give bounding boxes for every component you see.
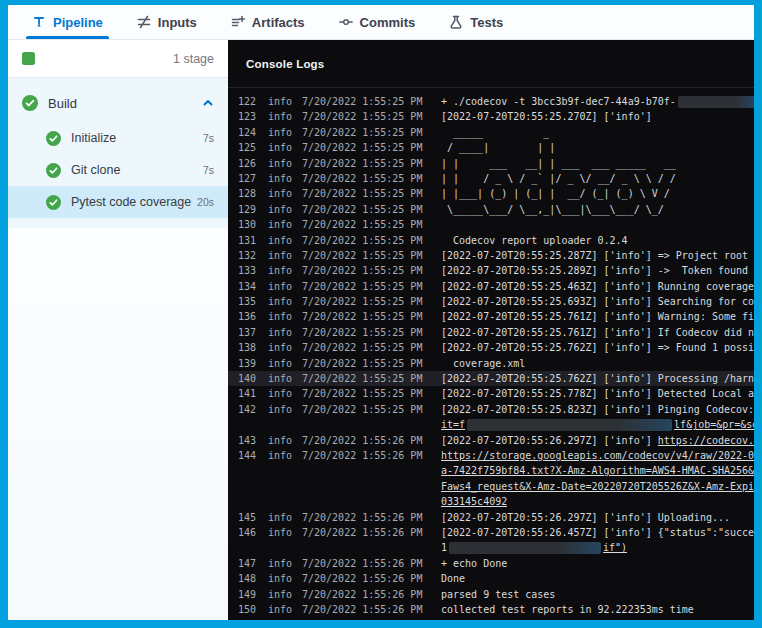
- log-row[interactable]: 149info7/20/2022 1:55:26 PMparsed 9 test…: [228, 587, 754, 602]
- log-line-number: 141: [234, 386, 256, 401]
- pipeline-execution-view: Pipeline Inputs Artifacts Commits: [8, 5, 754, 620]
- log-row[interactable]: 135info7/20/2022 1:55:25 PM[2022-07-20T2…: [228, 294, 754, 309]
- log-timestamp: 7/20/2022 1:55:25 PM: [302, 233, 428, 248]
- log-link[interactable]: it=f: [441, 417, 465, 432]
- log-line-number: 146: [234, 525, 256, 540]
- chevron-up-icon[interactable]: [202, 97, 214, 109]
- tab-artifacts[interactable]: Artifacts: [229, 5, 307, 39]
- log-line-number: 143: [234, 433, 256, 448]
- log-link[interactable]: Faws4_request&X-Amz-Date=20220720T205526…: [441, 479, 754, 494]
- log-link[interactable]: https://storage.googleapis.com/codecov/v…: [441, 448, 754, 463]
- log-row[interactable]: it=flf&job=&pr=&se: [228, 417, 754, 432]
- log-level: info: [268, 125, 294, 140]
- step-item-git-clone[interactable]: Git clone 7s: [8, 154, 228, 186]
- log-row[interactable]: 133info7/20/2022 1:55:25 PM[2022-07-20T2…: [228, 263, 754, 278]
- tests-icon: [449, 15, 463, 29]
- log-row[interactable]: 146info7/20/2022 1:55:26 PM[2022-07-20T2…: [228, 525, 754, 540]
- log-lines[interactable]: 122info7/20/2022 1:55:25 PM+ ./codecov -…: [228, 88, 754, 620]
- log-text: _____ _: [441, 125, 549, 140]
- log-link[interactable]: if"): [603, 540, 627, 555]
- tab-commits[interactable]: Commits: [337, 5, 418, 39]
- redacted-secret: [467, 419, 672, 431]
- execution-tab-bar: Pipeline Inputs Artifacts Commits: [8, 5, 754, 40]
- log-row[interactable]: 126info7/20/2022 1:55:25 PM| | ___ __| |…: [228, 156, 754, 171]
- step-label: Pytest code coverage: [71, 195, 191, 209]
- tab-pipeline[interactable]: Pipeline: [30, 5, 105, 39]
- log-link[interactable]: https://codecov.io: [658, 433, 754, 448]
- step-item-pytest-code-coverage[interactable]: Pytest code coverage 20s: [8, 186, 228, 218]
- log-row[interactable]: 122info7/20/2022 1:55:25 PM+ ./codecov -…: [228, 94, 754, 109]
- log-row[interactable]: 148info7/20/2022 1:55:26 PMDone: [228, 571, 754, 586]
- log-line-number: 124: [234, 125, 256, 140]
- tab-tests[interactable]: Tests: [447, 5, 505, 39]
- tab-inputs[interactable]: Inputs: [135, 5, 199, 39]
- log-message: _____ _: [441, 125, 549, 140]
- log-timestamp: 7/20/2022 1:55:26 PM: [302, 433, 428, 448]
- log-row[interactable]: 139info7/20/2022 1:55:25 PM coverage.xml: [228, 356, 754, 371]
- step-group-build[interactable]: Build: [8, 84, 228, 122]
- log-message: it=flf&job=&pr=&se: [441, 417, 754, 432]
- log-row[interactable]: 125info7/20/2022 1:55:25 PM / ____| | |: [228, 140, 754, 155]
- log-row[interactable]: 1if"): [228, 540, 754, 555]
- log-link[interactable]: 033145c4092: [441, 494, 507, 509]
- log-row[interactable]: a-7422f759bf84.txt?X-Amz-Algorithm=AWS4-…: [228, 463, 754, 478]
- log-link[interactable]: a-7422f759bf84.txt?X-Amz-Algorithm=AWS4-…: [441, 463, 754, 478]
- log-row[interactable]: 136info7/20/2022 1:55:25 PM[2022-07-20T2…: [228, 309, 754, 324]
- tab-label: Artifacts: [252, 15, 305, 30]
- log-timestamp: 7/20/2022 1:55:25 PM: [302, 309, 428, 324]
- log-message: | | / _ \ / _` |/ _ \/ __/ _ \ \ / /: [441, 171, 676, 186]
- log-level: info: [268, 587, 294, 602]
- log-line-number: 122: [234, 94, 256, 109]
- log-row[interactable]: 147info7/20/2022 1:55:26 PM+ echo Done: [228, 556, 754, 571]
- log-row[interactable]: 127info7/20/2022 1:55:25 PM| | / _ \ / _…: [228, 171, 754, 186]
- log-link[interactable]: lf&job=&pr=&se: [674, 417, 754, 432]
- pipeline-icon: [32, 15, 46, 29]
- log-level: info: [268, 448, 294, 463]
- log-row[interactable]: 144info7/20/2022 1:55:26 PMhttps://stora…: [228, 448, 754, 463]
- log-level: info: [268, 171, 294, 186]
- log-row[interactable]: 138info7/20/2022 1:55:25 PM[2022-07-20T2…: [228, 340, 754, 355]
- log-row[interactable]: 145info7/20/2022 1:55:26 PM[2022-07-20T2…: [228, 510, 754, 525]
- log-line-number: 130: [234, 217, 256, 232]
- log-timestamp: 7/20/2022 1:55:26 PM: [302, 510, 428, 525]
- log-line-number: 134: [234, 279, 256, 294]
- log-line-number: 132: [234, 248, 256, 263]
- log-level: info: [268, 309, 294, 324]
- log-row[interactable]: 141info7/20/2022 1:55:25 PM[2022-07-20T2…: [228, 386, 754, 401]
- step-duration: 7s: [203, 132, 214, 144]
- step-label: Initialize: [71, 131, 116, 145]
- redacted-secret: [449, 542, 601, 554]
- log-row[interactable]: 134info7/20/2022 1:55:25 PM[2022-07-20T2…: [228, 279, 754, 294]
- log-level: info: [268, 217, 294, 232]
- log-text: [2022-07-20T20:55:26.297Z] ['info']: [441, 433, 658, 448]
- log-row[interactable]: 129info7/20/2022 1:55:25 PM \_____\___/ …: [228, 202, 754, 217]
- step-item-initialize[interactable]: Initialize 7s: [8, 122, 228, 154]
- log-row[interactable]: 132info7/20/2022 1:55:25 PM[2022-07-20T2…: [228, 248, 754, 263]
- console-title: Console Logs: [246, 58, 324, 70]
- success-check-icon: [46, 131, 61, 146]
- log-text: [2022-07-20T20:55:26.297Z] ['info'] Uplo…: [441, 510, 730, 525]
- log-row[interactable]: 143info7/20/2022 1:55:26 PM[2022-07-20T2…: [228, 433, 754, 448]
- log-text: + echo Done: [441, 556, 507, 571]
- log-row[interactable]: 137info7/20/2022 1:55:25 PM[2022-07-20T2…: [228, 325, 754, 340]
- log-row[interactable]: 142info7/20/2022 1:55:25 PM[2022-07-20T2…: [228, 402, 754, 417]
- log-line-number: 148: [234, 571, 256, 586]
- log-line-number: 136: [234, 309, 256, 324]
- log-message: https://storage.googleapis.com/codecov/v…: [441, 448, 754, 463]
- log-level: info: [268, 356, 294, 371]
- log-row[interactable]: 140info7/20/2022 1:55:25 PM[2022-07-20T2…: [228, 371, 754, 386]
- log-row[interactable]: 131info7/20/2022 1:55:25 PM Codecov repo…: [228, 233, 754, 248]
- log-timestamp: 7/20/2022 1:55:26 PM: [302, 587, 428, 602]
- log-text: [2022-07-20T20:55:25.693Z] ['info'] Sear…: [441, 294, 754, 309]
- log-line-number: 125: [234, 140, 256, 155]
- log-line-number: 147: [234, 556, 256, 571]
- log-row[interactable]: 128info7/20/2022 1:55:25 PM| |___| (_) |…: [228, 186, 754, 201]
- log-row[interactable]: 150info7/20/2022 1:55:26 PMcollected tes…: [228, 602, 754, 617]
- log-row[interactable]: 033145c4092: [228, 494, 754, 509]
- log-text: [2022-07-20T20:55:25.270Z] ['info']: [441, 109, 652, 124]
- log-text: parsed 9 test cases: [441, 587, 555, 602]
- log-row[interactable]: 123info7/20/2022 1:55:25 PM[2022-07-20T2…: [228, 109, 754, 124]
- log-row[interactable]: Faws4_request&X-Amz-Date=20220720T205526…: [228, 479, 754, 494]
- log-row[interactable]: 124info7/20/2022 1:55:25 PM _____ _: [228, 125, 754, 140]
- log-row[interactable]: 130info7/20/2022 1:55:25 PM: [228, 217, 754, 232]
